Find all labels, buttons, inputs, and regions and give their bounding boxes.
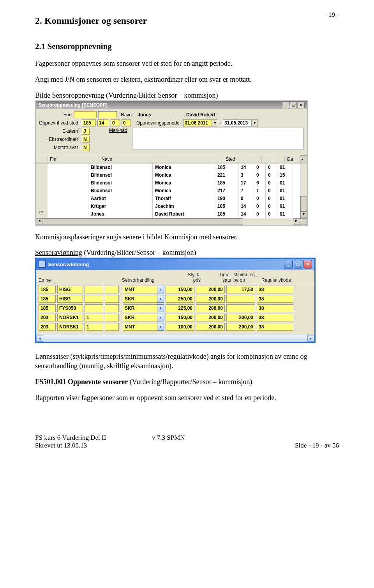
scroll-left-icon[interactable]: ◄	[36, 335, 43, 342]
vertical-scrollbar[interactable]: ▼	[300, 163, 307, 218]
emne-name-field[interactable]: HISG	[57, 286, 83, 293]
scroll-down-icon[interactable]: ▼	[300, 212, 307, 218]
stykkpris-field[interactable]: 100,00	[166, 323, 194, 331]
emne-sub-field[interactable]	[85, 304, 103, 312]
horizontal-scrollbar[interactable]: ◄ ►	[36, 335, 314, 342]
emne-sub-field[interactable]	[85, 295, 103, 303]
table-row[interactable]: 185HISGMNT▼150,00200,0017,5038	[39, 286, 312, 293]
sted-field-1[interactable]: 185	[82, 119, 96, 126]
emne-name-field[interactable]: FYS050	[57, 304, 83, 312]
scroll-up-icon[interactable]: ▲	[300, 155, 307, 163]
regulativkode-field[interactable]: 38	[257, 323, 293, 331]
table-row[interactable]: BlidensolMonica185176001	[48, 179, 300, 187]
chevron-down-icon[interactable]: ▼	[212, 119, 218, 126]
regulativkode-field[interactable]: 38	[257, 295, 293, 303]
chevron-down-icon[interactable]: ▼	[252, 119, 258, 126]
timesats-field[interactable]: 200,00	[196, 314, 225, 321]
table-row[interactable]: KrügerJoachim185140001	[48, 202, 300, 210]
timesats-field[interactable]: 200,00	[196, 304, 225, 312]
ekstern-field[interactable]: J	[82, 128, 90, 135]
periode-til-field[interactable]: 31.05.2013	[223, 119, 252, 126]
emne-sub2-field[interactable]	[105, 295, 119, 303]
grid-header-da[interactable]: Da	[285, 155, 300, 163]
timesats-field[interactable]: 200,00	[196, 323, 225, 331]
maximize-button[interactable]: □	[294, 260, 302, 269]
horizontal-scrollbar[interactable]: ◄ ►	[36, 218, 307, 225]
sensorhandling-combo[interactable]: MNT▼	[123, 323, 164, 331]
minimumsbelop-field[interactable]: 200,00	[226, 323, 255, 331]
minimumsbelop-field[interactable]	[226, 295, 255, 303]
fnr-field[interactable]	[74, 111, 97, 118]
window-titlebar[interactable]: Sensoroppnevning [SENSOPP] _ □ ×	[36, 101, 307, 109]
ekstraordinaer-field[interactable]: N	[82, 136, 90, 143]
minimize-button[interactable]: _	[282, 102, 289, 108]
scroll-right-icon[interactable]: ►	[307, 335, 314, 342]
chevron-down-icon[interactable]: ▼	[157, 314, 164, 321]
emne-name-field[interactable]: NORSK1	[57, 323, 83, 331]
regulativkode-field[interactable]: 38	[257, 304, 293, 312]
sted-field-2[interactable]: 14	[97, 119, 109, 126]
minimumsbelop-field[interactable]	[226, 304, 255, 312]
emne-sub2-field[interactable]	[105, 323, 119, 331]
timesats-field[interactable]: 200,00	[196, 286, 225, 293]
emne-name-field[interactable]: NORSK1	[57, 314, 83, 321]
emne-code-field[interactable]: 203	[39, 314, 56, 321]
table-row[interactable]: AarflotThoralf19000001	[48, 195, 300, 202]
emne-code-field[interactable]: 203	[39, 323, 56, 331]
minimumsbelop-field[interactable]: 17,50	[226, 286, 255, 293]
table-row[interactable]: 203NORSK11SKR▼150,00200,00200,0038	[39, 314, 312, 321]
emne-code-field[interactable]: 185	[39, 295, 56, 303]
window-titlebar[interactable]: Sensoravlønning _ □ ×	[36, 259, 314, 270]
emne-sub2-field[interactable]	[105, 286, 119, 293]
sensorhandling-combo[interactable]: MNT▼	[123, 286, 164, 293]
chevron-down-icon[interactable]: ▼	[157, 295, 164, 303]
fnr-field-2[interactable]	[98, 111, 117, 118]
chevron-down-icon[interactable]: ▼	[157, 304, 164, 312]
timesats-field[interactable]: 200,00	[196, 295, 225, 303]
table-row[interactable]: 185FYS050SKR▼225,00200,0038	[39, 304, 312, 312]
sensorhandling-combo[interactable]: SKR▼	[123, 304, 164, 312]
minimumsbelop-field[interactable]: 200,00	[226, 314, 255, 321]
merknad-textarea[interactable]	[132, 128, 304, 149]
close-button[interactable]: ×	[303, 260, 312, 269]
maximize-button[interactable]: □	[290, 102, 297, 108]
emne-sub-field[interactable]: 1	[85, 314, 103, 321]
scroll-left-icon[interactable]: ◄	[36, 218, 43, 225]
emne-sub2-field[interactable]	[105, 314, 119, 321]
emne-sub-field[interactable]	[85, 286, 103, 293]
stykkpris-field[interactable]: 150,00	[166, 314, 194, 321]
sensorhandling-combo[interactable]: SKR▼	[123, 295, 164, 303]
stykkpris-field[interactable]: 250,00	[166, 295, 194, 303]
stykkpris-field[interactable]: 150,00	[166, 286, 194, 293]
table-row[interactable]: BlidensolMonica21771001	[48, 187, 300, 195]
emne-code-field[interactable]: 185	[39, 286, 56, 293]
grid-header-sted[interactable]: Sted	[223, 155, 246, 163]
sted-field-3[interactable]: 0	[111, 119, 120, 126]
grid-header-fnr[interactable]: Fnr	[48, 155, 99, 163]
emne-name-field[interactable]: HISG	[57, 295, 83, 303]
table-row[interactable]: JonesDavid Robert185140001	[48, 210, 300, 218]
table-row[interactable]: BlidensolMonica22130015	[48, 171, 300, 179]
table-row[interactable]: 185HISGSKR▼250,00200,0038	[39, 295, 312, 303]
scrollbar-thumb[interactable]	[300, 196, 307, 212]
chevron-down-icon[interactable]: ▼	[157, 323, 164, 331]
regulativkode-field[interactable]: 38	[257, 314, 293, 321]
table-row[interactable]: 203NORSK11MNT▼100,00200,00200,0038	[39, 323, 312, 331]
scrollbar-thumb-h[interactable]	[43, 218, 243, 225]
regulativkode-field[interactable]: 38	[257, 286, 293, 293]
sted-field-4[interactable]: 0	[122, 119, 131, 126]
chevron-down-icon[interactable]: ▼	[157, 286, 164, 293]
emne-sub-field[interactable]: 1	[85, 323, 103, 331]
minimize-button[interactable]: _	[284, 260, 293, 269]
scroll-right-icon[interactable]: ►	[293, 218, 300, 225]
sensorhandling-combo[interactable]: SKR▼	[123, 314, 164, 321]
emne-code-field[interactable]: 185	[39, 304, 56, 312]
close-button[interactable]: ×	[298, 102, 305, 108]
app-icon	[39, 261, 46, 268]
mottatt-field[interactable]: N	[82, 144, 90, 151]
grid-header-navn[interactable]: Navn	[99, 155, 162, 163]
emne-sub2-field[interactable]	[105, 304, 119, 312]
stykkpris-field[interactable]: 225,00	[166, 304, 194, 312]
table-row[interactable]: BlidensolMonica185140001	[48, 163, 300, 171]
periode-fra-field[interactable]: 01.06.2011	[183, 119, 212, 126]
